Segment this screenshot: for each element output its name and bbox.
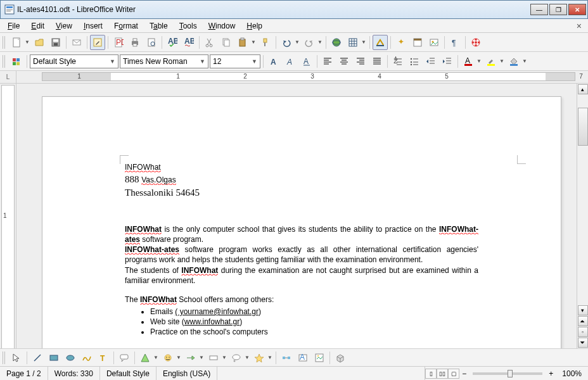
font-name-combo[interactable]: Times New Roman▼ (120, 54, 208, 68)
document-page[interactable]: INFOWhat 888 Vas.Olgas Thessaloniki 5464… (42, 96, 561, 348)
indent-inc-button[interactable] (440, 54, 455, 69)
symbol-shapes-tool[interactable] (160, 350, 176, 365)
table-dropdown[interactable]: ▼ (361, 35, 367, 50)
hyperlink-button[interactable] (329, 35, 344, 50)
autospell-button[interactable]: ABC (181, 35, 196, 50)
extrusion-tool[interactable] (333, 350, 348, 365)
find-button[interactable]: ✦ (393, 35, 409, 50)
zoom-in-button[interactable]: + (546, 369, 556, 378)
status-style[interactable]: Default Style (100, 367, 157, 380)
menu-edit[interactable]: Edit (26, 20, 49, 32)
navigator-button[interactable] (410, 35, 425, 50)
help-button[interactable] (468, 35, 483, 50)
status-language[interactable]: English (USA) (157, 367, 217, 380)
redo-dropdown[interactable]: ▼ (317, 35, 323, 50)
undo-dropdown[interactable]: ▼ (294, 35, 300, 50)
page-scroll[interactable]: INFOWhat 888 Vas.Olgas Thessaloniki 5464… (16, 84, 577, 348)
undo-button[interactable] (279, 35, 294, 50)
symbol-shapes-dropdown[interactable]: ▼ (176, 350, 182, 365)
menu-format[interactable]: Format (109, 20, 143, 32)
scroll-thumb[interactable] (578, 108, 588, 146)
callout-tool[interactable] (117, 350, 132, 365)
menu-insert[interactable]: Insert (79, 20, 108, 32)
prev-page-button[interactable]: ⏶ (578, 316, 588, 326)
new-button[interactable] (9, 35, 24, 50)
horizontal-ruler[interactable]: 1 1 2 3 4 5 7 (42, 72, 575, 81)
status-words[interactable]: Words: 330 (48, 367, 100, 380)
paste-dropdown[interactable]: ▼ (250, 35, 257, 50)
menu-table[interactable]: Table (144, 20, 173, 32)
align-center-button[interactable] (336, 54, 352, 69)
menu-view[interactable]: View (51, 20, 77, 32)
nav-button[interactable]: ◦ (578, 327, 588, 337)
points-tool[interactable] (279, 350, 294, 365)
email-button[interactable] (69, 35, 84, 50)
stars-tool[interactable] (252, 350, 267, 365)
document-close-icon[interactable]: × (573, 20, 585, 32)
toolbar-handle[interactable] (3, 352, 6, 364)
flowchart-dropdown[interactable]: ▼ (221, 350, 227, 365)
spellcheck-button[interactable]: ABC (165, 35, 180, 50)
paste-button[interactable] (235, 35, 250, 50)
view-single-button[interactable]: ▯ (425, 369, 437, 379)
open-button[interactable] (32, 35, 47, 50)
bold-button[interactable]: A (266, 54, 281, 69)
bullet-list-button[interactable] (407, 54, 422, 69)
menu-window[interactable]: Window (203, 20, 241, 32)
styles-button[interactable] (9, 54, 24, 69)
stars-dropdown[interactable]: ▼ (267, 350, 273, 365)
number-list-button[interactable]: 12 (390, 54, 406, 69)
zoom-out-button[interactable]: − (459, 369, 469, 378)
minimize-button[interactable]: — (530, 4, 548, 15)
arrows-dropdown[interactable]: ▼ (198, 350, 205, 365)
format-paintbrush-button[interactable] (258, 35, 273, 50)
font-color-button[interactable]: A (461, 54, 476, 69)
copy-button[interactable] (219, 35, 234, 50)
next-page-button[interactable]: ⏷ (578, 338, 588, 348)
select-tool[interactable] (9, 350, 24, 365)
indent-dec-button[interactable] (423, 54, 438, 69)
preview-button[interactable] (144, 35, 159, 50)
line-tool[interactable] (30, 350, 45, 365)
basic-shapes-dropdown[interactable]: ▼ (153, 350, 159, 365)
callouts-dropdown[interactable]: ▼ (244, 350, 250, 365)
redo-button[interactable] (302, 35, 317, 50)
table-button[interactable] (345, 35, 361, 50)
callouts-tool[interactable] (229, 350, 244, 365)
fontwork-tool[interactable]: A (295, 350, 310, 365)
bgcolor-button[interactable] (506, 54, 521, 69)
save-button[interactable] (48, 35, 63, 50)
export-pdf-button[interactable]: PDF (111, 35, 126, 50)
view-multi-button[interactable]: ▯▯ (437, 369, 448, 379)
italic-button[interactable]: A (283, 54, 298, 69)
menu-file[interactable]: File (3, 20, 25, 32)
ellipse-tool[interactable] (63, 350, 78, 365)
scroll-up-button[interactable]: ▴ (578, 84, 588, 94)
align-right-button[interactable] (353, 54, 368, 69)
cut-button[interactable] (202, 35, 217, 50)
vertical-scrollbar[interactable]: ▴ ▾ ⏶ ◦ ⏷ (577, 84, 588, 348)
font-size-combo[interactable]: 12▼ (210, 54, 260, 68)
freeform-tool[interactable] (79, 350, 94, 365)
rect-tool[interactable] (46, 350, 61, 365)
maximize-button[interactable]: ❐ (549, 4, 567, 15)
gallery-button[interactable] (426, 35, 442, 50)
align-justify-button[interactable] (369, 54, 385, 69)
vertical-ruler[interactable]: 1 (0, 84, 16, 348)
bgcolor-dropdown[interactable]: ▼ (521, 54, 528, 69)
zoom-slider[interactable] (473, 372, 542, 375)
status-page[interactable]: Page 1 / 2 (0, 367, 48, 380)
toolbar-handle[interactable] (3, 55, 6, 68)
basic-shapes-tool[interactable] (137, 350, 153, 365)
scroll-down-button[interactable]: ▾ (578, 305, 588, 315)
from-file-tool[interactable] (312, 350, 327, 365)
flowchart-tool[interactable] (206, 350, 221, 365)
toolbar-handle[interactable] (3, 36, 6, 49)
new-dropdown[interactable]: ▼ (24, 35, 30, 50)
menu-help[interactable]: Help (241, 20, 267, 32)
align-left-button[interactable] (320, 54, 335, 69)
paragraph-style-combo[interactable]: Default Style▼ (30, 54, 118, 68)
edit-mode-button[interactable] (90, 35, 105, 50)
arrows-tool[interactable] (183, 350, 198, 365)
menu-tools[interactable]: Tools (174, 20, 202, 32)
